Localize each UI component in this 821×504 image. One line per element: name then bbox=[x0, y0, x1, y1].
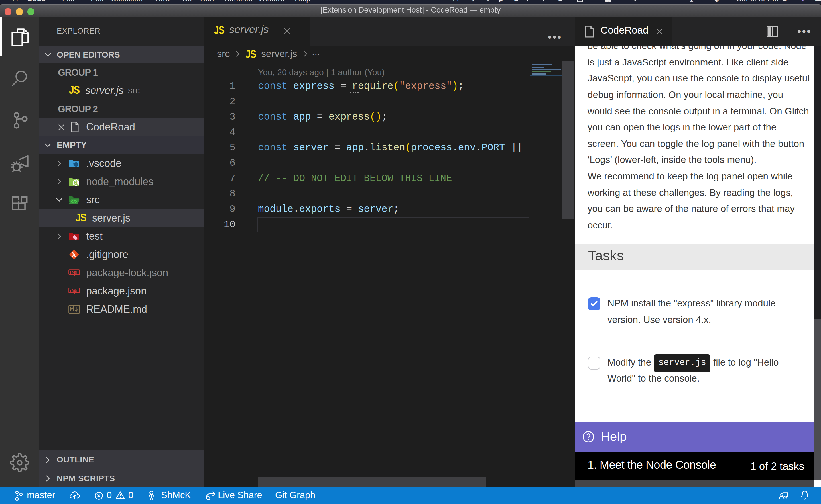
svg-text:JS: JS bbox=[74, 181, 79, 185]
